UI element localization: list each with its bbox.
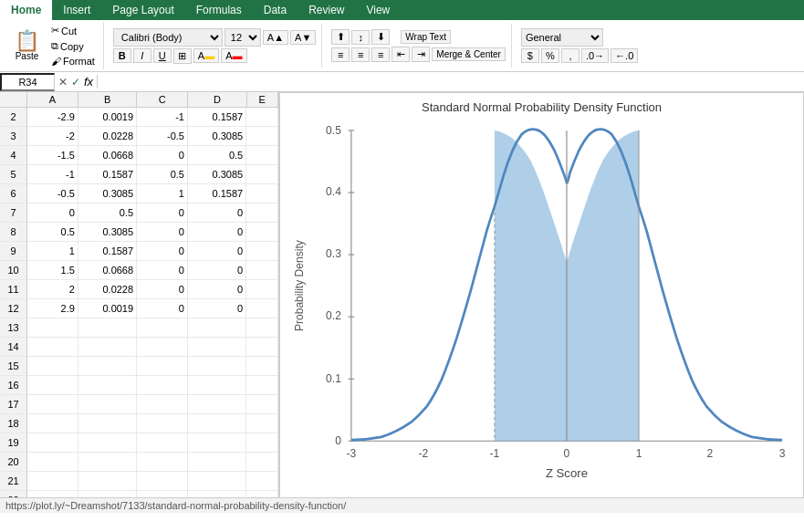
insert-function-icon[interactable]: fx — [84, 75, 93, 89]
table-cell[interactable] — [27, 376, 78, 395]
tab-review[interactable]: Review — [298, 0, 355, 20]
bold-button[interactable]: B — [113, 48, 131, 63]
table-cell[interactable] — [246, 376, 278, 395]
underline-button[interactable]: U — [153, 48, 172, 63]
table-cell[interactable] — [246, 453, 278, 472]
table-cell[interactable]: -2.9 — [27, 108, 78, 127]
table-cell[interactable]: 0.5 — [78, 203, 137, 223]
table-cell[interactable]: 0.3085 — [188, 165, 246, 184]
table-cell[interactable] — [137, 318, 188, 338]
col-header-c[interactable]: C — [137, 92, 188, 107]
table-cell[interactable]: -0.5 — [27, 184, 78, 203]
decrease-font-button[interactable]: A▼ — [290, 30, 316, 45]
table-cell[interactable]: 2 — [27, 280, 78, 299]
col-header-d[interactable]: D — [188, 92, 246, 107]
confirm-formula-icon[interactable]: ✓ — [71, 76, 80, 89]
table-cell[interactable] — [78, 395, 137, 414]
increase-font-button[interactable]: A▲ — [263, 30, 288, 45]
table-cell[interactable]: 0.0228 — [78, 280, 137, 299]
table-cell[interactable]: 0 — [137, 146, 188, 165]
table-cell[interactable] — [188, 338, 246, 357]
table-cell[interactable] — [246, 433, 278, 453]
cut-button[interactable]: ✂ Cut — [48, 24, 98, 37]
increase-decimal-button[interactable]: .0→ — [581, 48, 609, 63]
font-name-select[interactable]: Calibri (Body) — [113, 28, 223, 47]
table-cell[interactable]: 0.1587 — [78, 165, 137, 184]
table-cell[interactable]: 0 — [27, 203, 78, 223]
table-cell[interactable]: 0 — [137, 280, 188, 299]
table-cell[interactable]: 0 — [188, 203, 246, 223]
font-size-select[interactable]: 12 — [224, 28, 261, 47]
table-cell[interactable] — [188, 395, 246, 414]
align-top-button[interactable]: ⬆ — [331, 29, 350, 45]
table-cell[interactable]: 0.5 — [137, 165, 188, 184]
tab-formulas[interactable]: Formulas — [185, 0, 253, 20]
table-cell[interactable]: -1 — [137, 108, 188, 127]
table-cell[interactable]: 1 — [27, 242, 78, 261]
table-cell[interactable]: -1 — [27, 165, 78, 184]
table-cell[interactable]: 0.3085 — [78, 184, 137, 203]
italic-button[interactable]: I — [133, 48, 151, 63]
table-cell[interactable] — [27, 338, 78, 357]
tab-insert[interactable]: Insert — [52, 0, 101, 20]
cell-reference-box[interactable] — [0, 73, 55, 91]
table-cell[interactable] — [137, 453, 188, 472]
indent-left-button[interactable]: ⇤ — [392, 47, 410, 62]
table-cell[interactable] — [188, 318, 246, 338]
table-cell[interactable]: 0 — [188, 280, 246, 299]
table-cell[interactable] — [188, 414, 246, 433]
table-cell[interactable]: 0.0668 — [78, 261, 137, 280]
formula-input[interactable] — [98, 74, 804, 90]
table-cell[interactable] — [137, 414, 188, 433]
table-cell[interactable]: 0.3085 — [188, 127, 246, 146]
table-cell[interactable] — [246, 338, 278, 357]
number-format-select[interactable]: General — [521, 28, 603, 47]
col-header-b[interactable]: B — [78, 92, 137, 107]
table-cell[interactable] — [246, 146, 278, 165]
table-cell[interactable] — [246, 318, 278, 338]
table-cell[interactable]: 0.5 — [27, 223, 78, 242]
table-cell[interactable] — [246, 414, 278, 433]
table-cell[interactable]: 0 — [188, 223, 246, 242]
table-cell[interactable]: 0 — [137, 261, 188, 280]
tab-home[interactable]: Home — [0, 0, 52, 20]
table-cell[interactable] — [188, 472, 246, 491]
table-cell[interactable] — [137, 395, 188, 414]
table-cell[interactable] — [78, 357, 137, 376]
table-cell[interactable] — [137, 357, 188, 376]
table-cell[interactable]: 0 — [188, 242, 246, 261]
table-cell[interactable]: -0.5 — [137, 127, 188, 146]
table-cell[interactable] — [188, 491, 246, 497]
tab-page-layout[interactable]: Page Layout — [101, 0, 184, 20]
table-cell[interactable] — [246, 108, 278, 127]
align-center-button[interactable]: ≡ — [351, 47, 370, 62]
table-cell[interactable] — [246, 280, 278, 299]
col-header-a[interactable]: A — [27, 92, 78, 107]
align-bottom-button[interactable]: ⬇ — [371, 29, 390, 45]
tab-data[interactable]: Data — [253, 0, 298, 20]
table-cell[interactable] — [246, 223, 278, 242]
table-cell[interactable] — [246, 395, 278, 414]
wrap-text-button[interactable]: Wrap Text — [401, 30, 451, 44]
table-cell[interactable] — [27, 491, 78, 497]
table-cell[interactable] — [27, 357, 78, 376]
table-cell[interactable] — [137, 472, 188, 491]
table-cell[interactable] — [188, 357, 246, 376]
copy-button[interactable]: ⧉ Copy — [48, 39, 98, 53]
table-cell[interactable] — [137, 491, 188, 497]
table-cell[interactable] — [246, 491, 278, 497]
table-cell[interactable] — [78, 433, 137, 453]
table-cell[interactable] — [188, 376, 246, 395]
table-cell[interactable] — [27, 433, 78, 453]
percent-button[interactable]: % — [541, 48, 559, 63]
paste-button[interactable]: 📋 Paste — [9, 29, 45, 63]
align-right-button[interactable]: ≡ — [371, 47, 390, 62]
table-cell[interactable]: -2 — [27, 127, 78, 146]
table-cell[interactable]: 0.0668 — [78, 146, 137, 165]
table-cell[interactable] — [27, 414, 78, 433]
table-cell[interactable] — [188, 433, 246, 453]
table-cell[interactable]: 0 — [137, 299, 188, 318]
table-cell[interactable]: 0.5 — [188, 146, 246, 165]
table-cell[interactable] — [78, 376, 137, 395]
table-cell[interactable] — [78, 491, 137, 497]
